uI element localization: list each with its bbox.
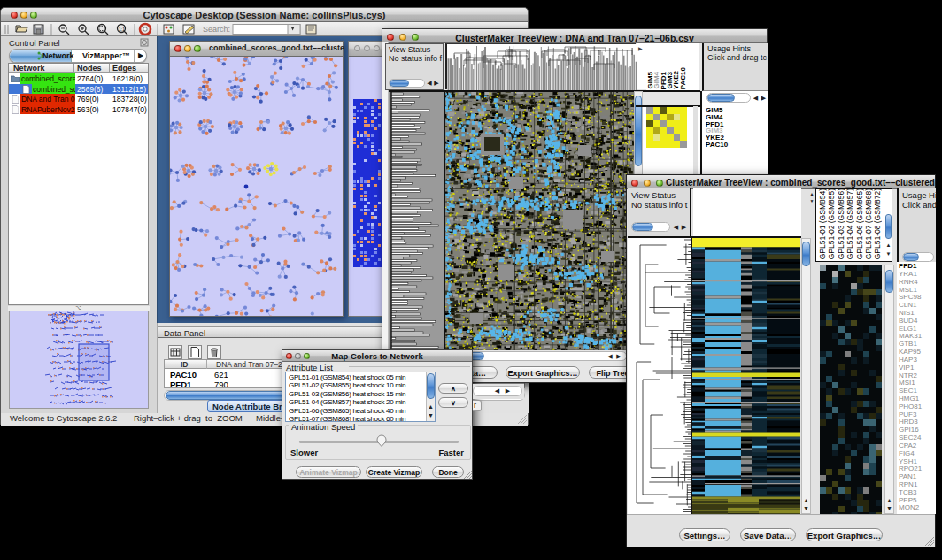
svg-text:1:1: 1:1 xyxy=(119,27,125,32)
svg-text:Search:: Search: xyxy=(203,25,230,34)
